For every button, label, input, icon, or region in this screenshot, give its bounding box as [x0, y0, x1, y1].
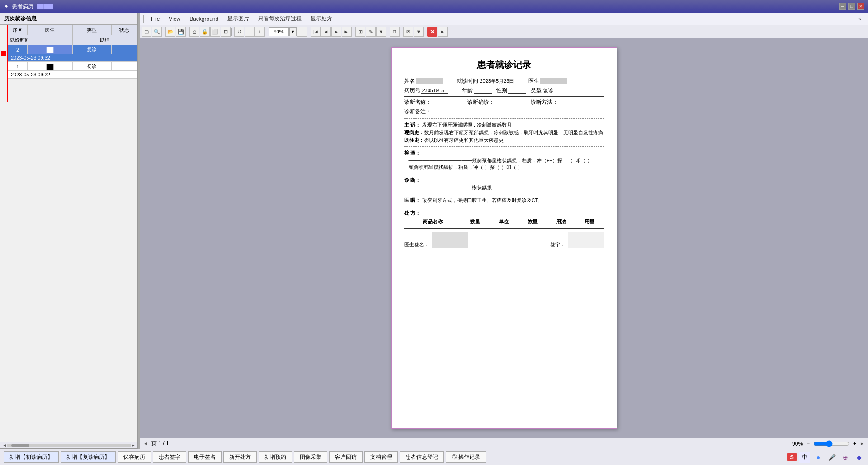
horizontal-scrollbar[interactable]: ◄ ►	[0, 442, 137, 448]
tb-dropdown3-btn[interactable]: ▼	[414, 27, 424, 37]
status-dot-icon[interactable]: ●	[813, 452, 824, 463]
table-row-time[interactable]: 2023-05-23 09:22	[8, 71, 137, 79]
document-area[interactable]: 患者就诊记录 姓名 ██ 就诊时间 2023年5月23日 医生 ██	[140, 38, 868, 438]
tb-sep9	[425, 28, 426, 36]
tb-mail-btn[interactable]: ✉	[403, 27, 413, 37]
tb-copy-btn[interactable]: ⬜	[210, 27, 220, 37]
tb-last-btn[interactable]: ►|	[342, 27, 352, 37]
table-row[interactable]: 2 ██ 复诊	[8, 45, 137, 54]
scroll-left-arrow[interactable]: ◄	[2, 443, 7, 448]
tb-rotate-btn[interactable]: ↺	[234, 27, 244, 37]
tb-dropdown2-btn[interactable]: ▼	[376, 27, 386, 37]
doc-past-label: 既往史：	[404, 137, 424, 144]
tb-zoom-out-btn[interactable]: −	[245, 27, 255, 37]
status-add-icon[interactable]: ⊕	[840, 452, 851, 463]
scroll-thumb[interactable]	[11, 444, 29, 447]
tb-first-btn[interactable]: |◄	[311, 27, 321, 37]
doc-diag-note-row: 诊断备注：	[404, 108, 604, 116]
scroll-track[interactable]	[7, 444, 131, 447]
tb-lock-btn[interactable]: 🔒	[200, 27, 210, 37]
menu-expand[interactable]: »	[854, 14, 865, 23]
tb-draw-btn[interactable]: ✎	[366, 27, 376, 37]
menu-treatment-only[interactable]: 只看每次治疗过程	[254, 14, 306, 24]
doc-scroll-right[interactable]: ►	[860, 441, 864, 446]
scroll-right-arrow[interactable]: ►	[131, 443, 136, 448]
presc-col-amount: 用量	[575, 218, 604, 225]
doc-divider1	[404, 96, 604, 97]
btn-esign[interactable]: 电子签名	[188, 451, 222, 463]
tb-sep1	[163, 28, 165, 36]
doc-divider2	[404, 118, 604, 119]
minimize-button[interactable]: ─	[839, 3, 846, 10]
zoom-slider[interactable]	[813, 440, 849, 447]
btn-new-appointment[interactable]: 新增预约	[259, 451, 292, 463]
menu-show-image[interactable]: 显示图片	[223, 14, 253, 24]
tb-copy2-btn[interactable]: ⧉	[390, 27, 400, 37]
btn-operation-log[interactable]: ◎ 操作记录	[446, 451, 486, 463]
doc-age-label: 年龄	[462, 87, 473, 94]
btn-new-initial[interactable]: 新增【初诊病历】	[4, 451, 59, 463]
presc-col-name: 商品名称	[404, 218, 461, 225]
col-time: 就诊时间	[8, 35, 73, 45]
doc-scroll-left[interactable]: ◄	[143, 441, 148, 446]
tb-sep5	[308, 28, 310, 36]
tb-sep2	[187, 28, 189, 36]
tb-close-btn[interactable]: ✕	[427, 27, 437, 37]
doc-diag-line1: ──────────────────楔状龋损	[409, 184, 604, 191]
menu-file[interactable]: File	[147, 14, 164, 23]
tb-zoom-in-btn[interactable]: +	[255, 27, 265, 37]
table-row[interactable]: 1 ██ 初诊	[8, 62, 137, 71]
zoom-slider-minus[interactable]: −	[807, 441, 810, 447]
tb-find-btn[interactable]: 🔍	[152, 27, 162, 37]
col-seq: 序▼	[8, 25, 28, 35]
btn-save-record[interactable]: 保存病历	[118, 451, 151, 463]
close-button[interactable]: ✕	[857, 3, 864, 10]
doc-type-value: 复诊	[542, 87, 570, 94]
menu-bar: File View Background 显示图片 只看每次治疗过程 显示处方 …	[140, 13, 868, 25]
doc-divider3	[404, 146, 604, 147]
btn-patient-sign[interactable]: 患者签字	[153, 451, 186, 463]
btn-image-capture[interactable]: 图像采集	[294, 451, 327, 463]
btn-new-followup[interactable]: 新增【复诊病历】	[61, 451, 116, 463]
doc-diag-note-label: 诊断备注：	[404, 108, 431, 116]
table-row-time[interactable]: 2023-05-23 09:32	[8, 54, 137, 62]
status-diamond-icon[interactable]: ◆	[854, 452, 864, 463]
tb-next-btn[interactable]: ►	[331, 27, 341, 37]
zoom-slider-plus[interactable]: +	[853, 441, 856, 447]
document-page: 患者就诊记录 姓名 ██ 就诊时间 2023年5月23日 医生 ██	[391, 47, 617, 429]
zoom-dropdown[interactable]: ▼	[289, 27, 297, 36]
doc-divider4	[404, 174, 604, 174]
tb-select-btn[interactable]: ▢	[142, 27, 151, 37]
status-cn-icon[interactable]: 中	[799, 452, 810, 463]
btn-doc-management[interactable]: 文档管理	[364, 451, 398, 463]
doc-recordnum-label: 病历号	[404, 87, 420, 94]
menu-show-prescription[interactable]: 显示处方	[307, 14, 336, 24]
tb-page-btn[interactable]: ⊞	[221, 27, 231, 37]
cell-type: 复诊	[72, 45, 111, 54]
status-mic-icon[interactable]: 🎤	[826, 452, 837, 463]
menu-background[interactable]: Background	[185, 14, 222, 23]
visit-list-area[interactable]: 序▼ 医生 类型 状态 就诊时间 助理	[0, 25, 137, 442]
col-assistant: 助理	[72, 35, 137, 45]
tb-open-btn[interactable]: 📂	[165, 27, 175, 37]
tb-save-btn[interactable]: 💾	[176, 27, 186, 37]
tb-zoom-btn2[interactable]: +	[297, 27, 307, 37]
doc-info-row1: 姓名 ██ 就诊时间 2023年5月23日 医生 ██	[404, 77, 604, 85]
maximize-button[interactable]: □	[848, 3, 855, 10]
zoom-input[interactable]: 90%	[269, 27, 289, 36]
doc-sign-patient: 签字：	[550, 232, 604, 248]
doc-advice-label: 医 嘱：	[404, 197, 422, 204]
tb-more-btn[interactable]: ►	[438, 27, 448, 37]
tb-print-btn[interactable]: 🖨	[189, 27, 199, 37]
tb-grid-btn[interactable]: ⊞	[355, 27, 365, 37]
tb-prev-btn[interactable]: ◄	[321, 27, 331, 37]
title-text: 患者病历	[12, 3, 33, 10]
doc-prescription-label: 处 方：	[404, 210, 422, 216]
btn-new-prescription[interactable]: 新开处方	[223, 451, 257, 463]
tb-sep7	[387, 28, 389, 36]
btn-patient-info[interactable]: 患者信息登记	[400, 451, 444, 463]
doc-present-illness: 现病史： 数月前发现右下颌牙颈部龋损，冷刺激敏感，刷牙时尤其明显，无明显自发性疼…	[404, 129, 604, 136]
btn-followup-visit[interactable]: 客户回访	[329, 451, 363, 463]
menu-view[interactable]: View	[165, 14, 184, 23]
doc-divider5	[404, 194, 604, 194]
